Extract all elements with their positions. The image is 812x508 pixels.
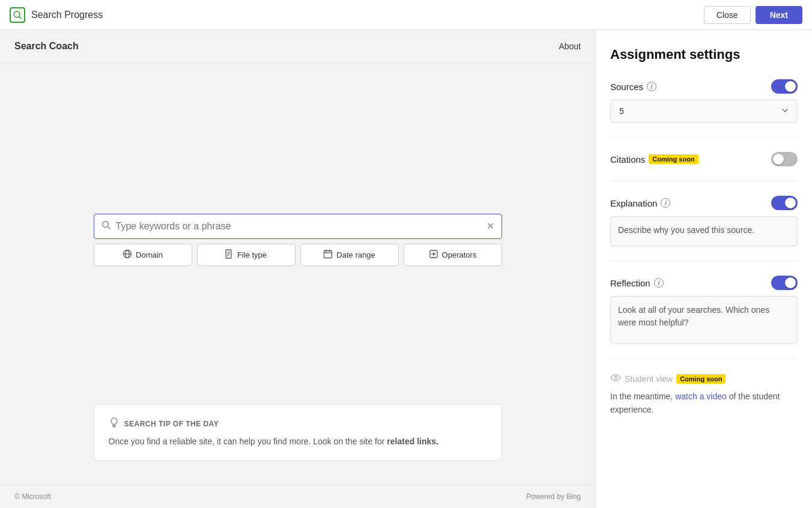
citations-toggle[interactable] xyxy=(771,152,798,166)
sources-dropdown[interactable]: 5 xyxy=(610,100,798,122)
meantime-prefix: In the meantime, xyxy=(610,392,675,401)
citations-setting: Citations Coming soon xyxy=(610,152,798,166)
explanation-toggle-thumb xyxy=(785,198,796,208)
page-title: Search Progress xyxy=(31,10,103,20)
filetype-filter-button[interactable]: File type xyxy=(197,244,295,266)
tip-header: SEARCH TIP OF THE DAY xyxy=(109,417,487,431)
copyright: © Microsoft xyxy=(14,492,51,501)
next-button[interactable]: Next xyxy=(756,6,802,24)
reflection-info-icon[interactable]: i xyxy=(654,278,664,288)
operators-icon xyxy=(429,249,438,261)
search-progress-icon xyxy=(10,7,25,23)
reflection-toggle-track[interactable] xyxy=(771,276,798,290)
explanation-setting: Explanation i Describe why you saved thi… xyxy=(610,196,798,246)
student-view-label: Student view xyxy=(625,374,673,384)
filetype-icon xyxy=(225,249,234,261)
top-bar-left: Search Progress xyxy=(10,7,103,23)
sources-toggle[interactable] xyxy=(771,79,798,94)
reflection-placeholder: Look at all of your searches. Which ones… xyxy=(610,296,798,344)
clear-search-icon[interactable]: ✕ xyxy=(486,220,494,232)
separator-4 xyxy=(610,358,798,359)
powered-by: Powered by Bing xyxy=(526,492,581,501)
sources-label-row: Sources i xyxy=(610,79,798,94)
svg-point-20 xyxy=(614,376,617,379)
sources-dropdown-value: 5 xyxy=(619,106,624,116)
domain-icon xyxy=(123,249,132,261)
close-button[interactable]: Close xyxy=(704,6,751,24)
tip-bold-text: related links. xyxy=(387,437,438,446)
reflection-label-row: Reflection i xyxy=(610,276,798,290)
separator-3 xyxy=(610,261,798,261)
about-link[interactable]: About xyxy=(559,41,581,51)
explanation-toggle-track[interactable] xyxy=(771,196,798,210)
reflection-toggle[interactable] xyxy=(771,276,798,290)
search-icon xyxy=(102,220,111,232)
sources-info-icon[interactable]: i xyxy=(647,82,656,91)
left-panel: Search Coach About ✕ xyxy=(0,30,595,508)
svg-rect-11 xyxy=(324,250,332,258)
daterange-icon xyxy=(323,249,333,261)
separator-2 xyxy=(610,181,798,181)
reflection-label: Reflection i xyxy=(610,278,664,288)
tip-text: Once you find a reliable site, it can he… xyxy=(109,435,487,448)
daterange-label: Date range xyxy=(336,250,375,259)
domain-filter-button[interactable]: Domain xyxy=(94,244,192,266)
search-coach-title: Search Coach xyxy=(14,41,79,52)
chevron-down-icon xyxy=(781,106,789,116)
main-layout: Search Coach About ✕ xyxy=(0,30,812,508)
tip-box: SEARCH TIP OF THE DAY Once you find a re… xyxy=(94,404,502,461)
sources-text: Sources xyxy=(610,82,643,92)
operators-label: Operators xyxy=(442,250,477,259)
sources-label: Sources i xyxy=(610,82,656,92)
domain-label: Domain xyxy=(136,250,163,259)
citations-toggle-thumb xyxy=(773,154,784,165)
reflection-text: Reflection xyxy=(610,278,650,288)
meantime-text: In the meantime, watch a video of the st… xyxy=(610,390,798,417)
lightbulb-icon xyxy=(109,417,120,431)
explanation-info-icon[interactable]: i xyxy=(661,198,670,208)
left-header: Search Coach About xyxy=(0,30,595,63)
assignment-settings-title: Assignment settings xyxy=(610,47,798,62)
search-area: ✕ Domain xyxy=(0,63,595,404)
citations-label: Citations Coming soon xyxy=(610,154,698,165)
filetype-label: File type xyxy=(237,250,267,259)
explanation-placeholder: Describe why you saved this source. xyxy=(610,216,798,246)
explanation-label: Explanation i xyxy=(610,198,670,208)
sources-setting: Sources i 5 xyxy=(610,79,798,122)
left-footer: © Microsoft Powered by Bing xyxy=(0,485,595,508)
explanation-toggle[interactable] xyxy=(771,196,798,210)
citations-label-row: Citations Coming soon xyxy=(610,152,798,166)
separator-1 xyxy=(610,137,798,138)
citations-toggle-track[interactable] xyxy=(771,152,798,166)
watch-video-link[interactable]: watch a video xyxy=(675,392,727,401)
operators-filter-button[interactable]: Operators xyxy=(404,244,502,266)
tip-title: SEARCH TIP OF THE DAY xyxy=(124,420,219,428)
tip-area: SEARCH TIP OF THE DAY Once you find a re… xyxy=(0,404,595,485)
sources-toggle-track[interactable] xyxy=(771,79,798,94)
reflection-toggle-thumb xyxy=(785,277,796,288)
daterange-filter-button[interactable]: Date range xyxy=(300,244,399,266)
reflection-setting: Reflection i Look at all of your searche… xyxy=(610,276,798,344)
svg-line-3 xyxy=(108,226,110,229)
search-box-wrapper: ✕ Domain xyxy=(94,214,502,266)
search-input[interactable] xyxy=(116,221,486,232)
citations-badge: Coming soon xyxy=(649,154,698,164)
search-input-container: ✕ xyxy=(94,214,502,239)
citations-text: Citations xyxy=(610,154,645,165)
eye-icon xyxy=(610,373,621,384)
top-bar-actions: Close Next xyxy=(704,6,802,24)
student-view-setting: Student view Coming soon In the meantime… xyxy=(610,373,798,417)
right-panel: Assignment settings Sources i 5 xyxy=(596,30,812,508)
explanation-label-row: Explanation i xyxy=(610,196,798,210)
student-view-badge: Coming soon xyxy=(676,374,726,384)
top-bar: Search Progress Close Next xyxy=(0,0,812,30)
sources-toggle-thumb xyxy=(785,81,796,92)
svg-line-1 xyxy=(19,17,21,19)
tip-text-part1: Once you find a reliable site, it can he… xyxy=(109,437,387,446)
student-view-row: Student view Coming soon xyxy=(610,373,798,384)
filter-buttons: Domain File type xyxy=(94,244,502,266)
explanation-text: Explanation xyxy=(610,198,657,208)
